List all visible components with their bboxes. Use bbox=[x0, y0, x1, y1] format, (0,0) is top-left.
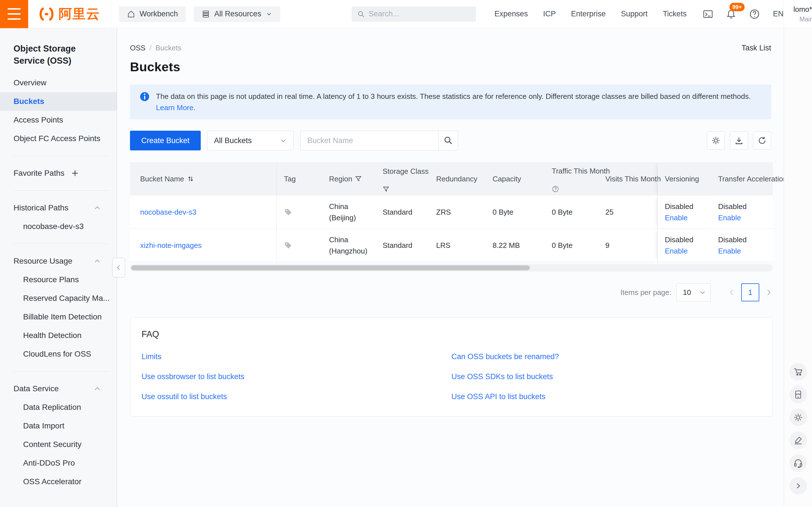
export-button[interactable] bbox=[730, 131, 748, 150]
filter-icon[interactable] bbox=[355, 175, 362, 182]
topbar-divider bbox=[111, 0, 111, 28]
nav-enterprise[interactable]: Enterprise bbox=[571, 10, 606, 18]
gear-icon bbox=[711, 136, 720, 145]
workbench-label: Workbench bbox=[140, 10, 178, 18]
support-button[interactable] bbox=[790, 454, 807, 472]
bucket-name-input[interactable] bbox=[301, 131, 438, 150]
faq-title: FAQ bbox=[142, 329, 761, 339]
sidebar-item-data-replication[interactable]: Data Replication bbox=[0, 398, 117, 416]
chevron-up-icon bbox=[94, 385, 101, 392]
transfer-enable-link[interactable]: Enable bbox=[718, 212, 747, 223]
cart-button[interactable] bbox=[790, 363, 807, 381]
col-bucket-name[interactable]: Bucket Name bbox=[130, 162, 276, 195]
notifications-button[interactable]: 99+ bbox=[726, 9, 736, 19]
breadcrumb-separator: / bbox=[149, 44, 151, 52]
bucket-filter-select[interactable]: All Buckets bbox=[207, 131, 294, 151]
help-button[interactable] bbox=[749, 9, 760, 19]
tag-icon[interactable] bbox=[284, 208, 292, 216]
sidebar-item-content-security[interactable]: Content Security bbox=[0, 435, 117, 454]
banner-learn-more-link[interactable]: Learn More. bbox=[156, 103, 195, 112]
prev-page-button[interactable] bbox=[728, 288, 736, 297]
sort-icon[interactable] bbox=[187, 175, 194, 182]
col-redundancy: Redundancy bbox=[429, 162, 485, 195]
redundancy-value: LRS bbox=[436, 240, 451, 251]
historical-paths-label: Historical Paths bbox=[13, 203, 68, 212]
capacity-value: 0 Byte bbox=[493, 207, 513, 218]
sidebar-item-oss-accelerator[interactable]: OSS Accelerator bbox=[0, 472, 117, 491]
faq-link-ossutil[interactable]: Use ossutil to list buckets bbox=[142, 392, 451, 401]
transfer-enable-link[interactable]: Enable bbox=[718, 245, 747, 257]
sidebar-section-resource-usage[interactable]: Resource Usage bbox=[0, 252, 117, 270]
items-per-page-select[interactable]: 10 bbox=[676, 283, 711, 301]
all-resources-button[interactable]: All Resources bbox=[194, 6, 280, 22]
cloud-shell-button[interactable] bbox=[703, 10, 713, 18]
sidebar-collapse-handle[interactable] bbox=[112, 258, 125, 277]
sidebar-item-nocobase-dev-s3[interactable]: nocobase-dev-s3 bbox=[0, 217, 117, 236]
tag-icon[interactable] bbox=[284, 241, 292, 249]
sidebar-item-object-fc-access-points[interactable]: Object FC Access Points bbox=[0, 129, 117, 148]
col-storage-class[interactable]: Storage Class bbox=[375, 162, 429, 195]
rail-collapse-button[interactable] bbox=[790, 477, 807, 495]
faq-link-sdks[interactable]: Use OSS SDKs to list buckets bbox=[451, 372, 761, 381]
hamburger-menu-button[interactable] bbox=[0, 0, 28, 28]
nav-expenses[interactable]: Expenses bbox=[495, 10, 528, 18]
sidebar-item-anti-ddos-pro[interactable]: Anti-DDoS Pro bbox=[0, 454, 117, 472]
faq-link-api[interactable]: Use OSS API to list buckets bbox=[451, 392, 761, 401]
sidebar-item-overview[interactable]: Overview bbox=[0, 73, 117, 92]
sidebar-item-reserved-capacity[interactable]: Reserved Capacity Ma... bbox=[0, 289, 117, 307]
help-circle-icon[interactable] bbox=[552, 185, 559, 193]
alibaba-cloud-logo[interactable]: 阿里云 bbox=[28, 5, 111, 23]
scrollbar-thumb[interactable] bbox=[131, 265, 530, 270]
bucket-search-button[interactable] bbox=[438, 131, 458, 150]
breadcrumb-oss[interactable]: OSS bbox=[130, 44, 146, 52]
page-number[interactable]: 1 bbox=[741, 283, 759, 301]
sidebar-section-historical-paths[interactable]: Historical Paths bbox=[0, 199, 117, 217]
create-bucket-button[interactable]: Create Bucket bbox=[130, 131, 201, 151]
col-region[interactable]: Region bbox=[322, 162, 375, 195]
account-area[interactable]: lomo****@1... Main Account bbox=[783, 0, 812, 28]
nav-icp[interactable]: ICP bbox=[543, 10, 556, 18]
mobile-app-button[interactable]: APP bbox=[790, 386, 807, 403]
faq-link-ossbrowser[interactable]: Use ossbrowser to list buckets bbox=[142, 372, 451, 381]
sidebar-item-access-points[interactable]: Access Points bbox=[0, 111, 117, 129]
download-icon bbox=[734, 136, 744, 145]
bucket-filter-value: All Buckets bbox=[214, 136, 252, 145]
versioning-status: Disabled bbox=[665, 201, 693, 212]
cart-icon bbox=[794, 367, 803, 377]
sidebar-item-resource-plans[interactable]: Resource Plans bbox=[0, 270, 117, 289]
bucket-link[interactable]: xizhi-note-imgages bbox=[140, 240, 202, 251]
versioning-enable-link[interactable]: Enable bbox=[665, 245, 693, 257]
next-page-button[interactable] bbox=[764, 288, 773, 297]
faq-link-limits[interactable]: Limits bbox=[142, 352, 451, 361]
sidebar-section-data-service[interactable]: Data Service bbox=[0, 379, 117, 398]
chevron-right-icon bbox=[764, 288, 773, 297]
language-switch[interactable]: EN bbox=[773, 10, 783, 18]
table-settings-button[interactable] bbox=[707, 131, 725, 150]
horizontal-scrollbar[interactable] bbox=[130, 264, 773, 272]
global-search[interactable] bbox=[352, 6, 476, 22]
capacity-value: 8.22 MB bbox=[493, 240, 520, 251]
refresh-button[interactable] bbox=[753, 131, 771, 150]
bucket-link[interactable]: nocobase-dev-s3 bbox=[140, 207, 196, 218]
versioning-enable-link[interactable]: Enable bbox=[665, 212, 693, 223]
chevron-right-icon bbox=[794, 482, 802, 490]
headset-icon bbox=[794, 458, 803, 468]
nav-support[interactable]: Support bbox=[621, 10, 648, 18]
plus-icon[interactable] bbox=[71, 169, 79, 177]
sidebar-item-data-import[interactable]: Data Import bbox=[0, 416, 117, 435]
workbench-button[interactable]: Workbench bbox=[119, 6, 186, 22]
notification-badge: 99+ bbox=[729, 3, 745, 11]
task-list-link[interactable]: Task List bbox=[742, 44, 771, 52]
filter-icon[interactable] bbox=[383, 186, 389, 193]
feedback-button[interactable] bbox=[790, 432, 807, 449]
preferences-button[interactable] bbox=[790, 409, 807, 426]
sidebar-item-billable-item-detection[interactable]: Billable Item Detection bbox=[0, 307, 117, 326]
sidebar-item-cloudlens[interactable]: CloudLens for OSS bbox=[0, 345, 117, 363]
global-search-input[interactable] bbox=[369, 10, 470, 18]
chevron-down-icon bbox=[266, 11, 272, 17]
sidebar-item-buckets[interactable]: Buckets bbox=[0, 92, 117, 111]
faq-link-rename[interactable]: Can OSS buckets be renamed? bbox=[451, 352, 761, 361]
nav-tickets[interactable]: Tickets bbox=[663, 10, 687, 18]
faq-links: Limits Can OSS buckets be renamed? Use o… bbox=[142, 352, 761, 401]
sidebar-item-health-detection[interactable]: Health Detection bbox=[0, 326, 117, 345]
